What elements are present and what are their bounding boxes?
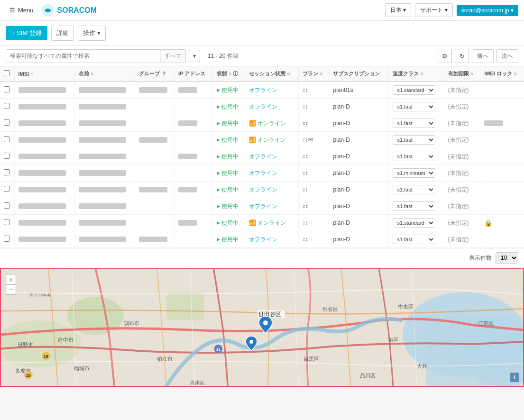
- row-checkbox[interactable]: [4, 219, 10, 225]
- col-status[interactable]: 状態 ○ ⓘ: [212, 66, 245, 82]
- settings-button[interactable]: ⚙: [438, 49, 452, 63]
- row-checkbox[interactable]: [4, 103, 10, 109]
- speed-select[interactable]: s1.fast s1.minimum s1.slow s1.standard s…: [393, 152, 435, 161]
- col-imsi[interactable]: IMSI ○: [14, 66, 74, 82]
- speed-cell[interactable]: s1.fast s1.minimum s1.slow s1.standard s…: [389, 198, 444, 215]
- status-badge: 使用中: [217, 236, 241, 244]
- row-checkbox-cell[interactable]: [0, 82, 14, 99]
- status-cell: 使用中: [212, 115, 245, 132]
- imsi-value: [18, 203, 66, 209]
- row-checkbox[interactable]: [4, 119, 10, 126]
- col-session[interactable]: セッション状態 ○: [245, 66, 299, 82]
- select-all-col: [0, 66, 14, 82]
- status-badge: 使用中: [217, 202, 241, 210]
- col-name[interactable]: 名前 ○: [74, 66, 135, 82]
- svg-text:狛江市: 狛江市: [157, 356, 173, 362]
- zoom-out-button[interactable]: −: [6, 284, 16, 295]
- session-badge: オフライン: [249, 236, 294, 244]
- detail-button[interactable]: 詳細: [51, 26, 74, 41]
- speed-cell[interactable]: s1.standard s1.minimum s1.slow s1.standa…: [389, 82, 444, 99]
- row-checkbox[interactable]: [4, 186, 10, 192]
- row-checkbox-cell[interactable]: [0, 182, 14, 198]
- plan-cell: ↕↕: [298, 148, 329, 165]
- per-page-select[interactable]: 10 25 50: [496, 252, 518, 264]
- row-checkbox-cell[interactable]: [0, 231, 14, 248]
- speed-select[interactable]: s1.minimum s1.minimum s1.slow s1.standar…: [393, 168, 435, 178]
- row-checkbox-cell[interactable]: [0, 115, 14, 132]
- speed-select[interactable]: s1.fast s1.minimum s1.slow s1.standard s…: [393, 185, 435, 194]
- speed-cell[interactable]: s1.fast s1.minimum s1.slow s1.standard s…: [389, 148, 444, 165]
- speed-select[interactable]: s1.standard s1.minimum s1.slow s1.standa…: [393, 85, 435, 95]
- row-checkbox-cell[interactable]: [0, 215, 14, 231]
- refresh-button[interactable]: ↻: [455, 49, 469, 63]
- col-plan[interactable]: プラン ○: [298, 66, 329, 82]
- speed-cell[interactable]: s1.fast s1.minimum s1.slow s1.standard s…: [389, 231, 444, 248]
- col-expiry[interactable]: 有効期限 ○: [444, 66, 480, 82]
- name-value: [79, 137, 126, 143]
- speed-cell[interactable]: s1.fast s1.minimum s1.slow s1.standard s…: [389, 182, 444, 198]
- register-sim-button[interactable]: + SIM 登録: [6, 26, 47, 40]
- svg-text:18: 18: [26, 373, 31, 378]
- imsi-cell: [14, 132, 74, 148]
- row-checkbox[interactable]: [4, 236, 10, 242]
- speed-cell[interactable]: s1.fast s1.minimum s1.slow s1.standard s…: [389, 115, 444, 132]
- speed-select[interactable]: s1.fast s1.minimum s1.slow s1.standard s…: [393, 201, 435, 211]
- menu-button[interactable]: ☰ Menu: [6, 5, 37, 16]
- session-badge: オフライン: [249, 186, 294, 194]
- plan-value: ↕↕: [303, 236, 308, 243]
- ip-cell: [175, 82, 213, 99]
- col-ip[interactable]: IP アドレス: [175, 66, 213, 82]
- row-checkbox[interactable]: [4, 86, 10, 92]
- row-checkbox[interactable]: [4, 169, 10, 175]
- session-badge: オフライン: [249, 103, 294, 111]
- map-info-button[interactable]: i: [510, 373, 519, 382]
- row-checkbox-cell[interactable]: [0, 148, 14, 165]
- expiry-value: (未指定): [448, 219, 469, 226]
- subscription-cell: plan01s: [329, 82, 389, 99]
- col-imei-lock[interactable]: IMEI ロック ○: [480, 66, 524, 82]
- row-checkbox[interactable]: [4, 202, 10, 209]
- col-speed[interactable]: 速度クラス ○: [389, 66, 444, 82]
- imsi-cell: [14, 215, 74, 231]
- user-button[interactable]: sorao@soracom.jp ▾: [457, 5, 518, 16]
- col-group[interactable]: グループ ？: [135, 66, 175, 82]
- speed-cell[interactable]: s1.fast s1.minimum s1.slow s1.standard s…: [389, 99, 444, 115]
- zoom-in-button[interactable]: +: [6, 274, 16, 284]
- prev-button[interactable]: 前へ: [472, 49, 494, 63]
- select-all-checkbox[interactable]: [4, 70, 10, 76]
- svg-text:日野市: 日野市: [18, 342, 33, 347]
- session-badge: オフライン: [249, 202, 294, 210]
- speed-cell[interactable]: s1.minimum s1.minimum s1.slow s1.standar…: [389, 165, 444, 182]
- row-checkbox-cell[interactable]: [0, 198, 14, 215]
- svg-text:江東区: 江東区: [478, 320, 494, 326]
- speed-cell[interactable]: s1.fast s1.minimum s1.slow s1.standard s…: [389, 132, 444, 148]
- subscription-value: plan-D: [333, 219, 349, 226]
- subscription-cell: plan-D: [329, 198, 389, 215]
- language-button[interactable]: 日本 ▾: [385, 3, 411, 17]
- speed-select[interactable]: s1.fast s1.minimum s1.slow s1.standard s…: [393, 235, 435, 244]
- speed-select[interactable]: s1.fast s1.minimum s1.slow s1.standard s…: [393, 135, 435, 145]
- map-background[interactable]: 日野市 府中市 調布市 渋谷区 中央区 江東区 多摩市 稲城市 狛江市 目黒区 …: [1, 269, 523, 386]
- col-subscription[interactable]: サブスクリプション: [329, 66, 389, 82]
- row-checkbox-cell[interactable]: [0, 165, 14, 182]
- row-checkbox[interactable]: [4, 153, 10, 159]
- speed-select[interactable]: s1.fast s1.minimum s1.slow s1.standard s…: [393, 119, 435, 128]
- row-checkbox-cell[interactable]: [0, 132, 14, 148]
- expiry-cell: (未指定): [444, 215, 480, 231]
- speed-select[interactable]: s1.fast s1.minimum s1.slow s1.standard s…: [393, 102, 435, 111]
- search-input[interactable]: [6, 50, 160, 62]
- speed-cell[interactable]: s1.standard s1.minimum s1.slow s1.standa…: [389, 215, 444, 231]
- row-checkbox-cell[interactable]: [0, 99, 14, 115]
- speed-select[interactable]: s1.standard s1.minimum s1.slow s1.standa…: [393, 218, 435, 228]
- search-filter-button[interactable]: ▾: [189, 50, 200, 62]
- row-checkbox[interactable]: [4, 136, 10, 142]
- subscription-cell: plan-D: [329, 215, 389, 231]
- search-suffix: すべて: [160, 50, 185, 63]
- name-cell: [74, 82, 135, 99]
- operation-button[interactable]: 操作 ▾: [78, 26, 106, 41]
- support-button[interactable]: サポート ▾: [415, 3, 452, 17]
- svg-text:目黒区: 目黒区: [303, 356, 319, 362]
- name-value: [79, 154, 126, 159]
- next-button[interactable]: 次へ: [496, 49, 518, 63]
- session-badge: 📶 オンライン: [249, 119, 294, 128]
